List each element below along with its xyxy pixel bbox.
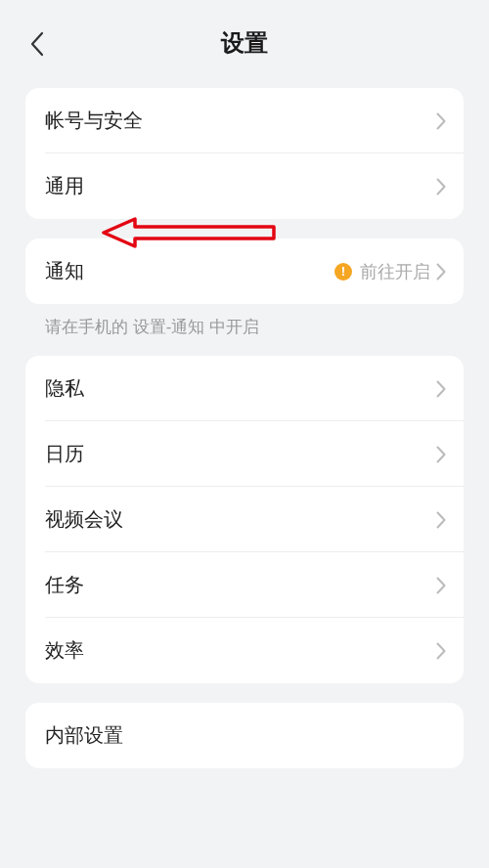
item-label: 任务	[45, 572, 436, 598]
chevron-left-icon	[29, 31, 44, 57]
item-hint: 前往开启	[360, 260, 430, 283]
settings-item-calendar[interactable]: 日历	[25, 421, 464, 487]
item-label: 通知	[45, 258, 334, 284]
settings-item-general[interactable]: 通用	[25, 153, 464, 219]
settings-item-account-security[interactable]: 帐号与安全	[25, 88, 464, 153]
item-label: 帐号与安全	[45, 108, 436, 134]
page-title: 设置	[20, 27, 469, 59]
back-button[interactable]	[29, 31, 44, 61]
chevron-right-icon	[436, 263, 446, 281]
item-label: 视频会议	[45, 506, 436, 533]
chevron-right-icon	[436, 577, 446, 594]
warning-icon: !	[334, 263, 352, 281]
chevron-right-icon	[436, 511, 446, 529]
chevron-right-icon	[436, 178, 446, 195]
page-header: 设置	[0, 0, 489, 88]
settings-item-internal[interactable]: 内部设置	[25, 703, 464, 768]
settings-item-efficiency[interactable]: 效率	[25, 618, 464, 683]
chevron-right-icon	[436, 112, 446, 130]
settings-item-video-conference[interactable]: 视频会议	[25, 487, 464, 552]
settings-group-notifications: 通知 ! 前往开启	[25, 239, 464, 304]
item-label: 内部设置	[45, 722, 446, 749]
item-label: 隐私	[45, 375, 436, 402]
notifications-footer-hint: 请在手机的 设置-通知 中开启	[45, 316, 464, 338]
settings-group-account: 帐号与安全 通用	[25, 88, 464, 219]
settings-group-features: 隐私 日历 视频会议 任务 效率	[25, 356, 464, 683]
settings-item-tasks[interactable]: 任务	[25, 552, 464, 618]
chevron-right-icon	[436, 380, 446, 398]
settings-item-notifications[interactable]: 通知 ! 前往开启	[25, 239, 464, 304]
chevron-right-icon	[436, 642, 446, 660]
settings-item-privacy[interactable]: 隐私	[25, 356, 464, 421]
chevron-right-icon	[436, 446, 446, 463]
item-label: 效率	[45, 637, 436, 664]
settings-group-internal: 内部设置	[25, 703, 464, 768]
item-label: 通用	[45, 173, 436, 199]
item-label: 日历	[45, 441, 436, 467]
